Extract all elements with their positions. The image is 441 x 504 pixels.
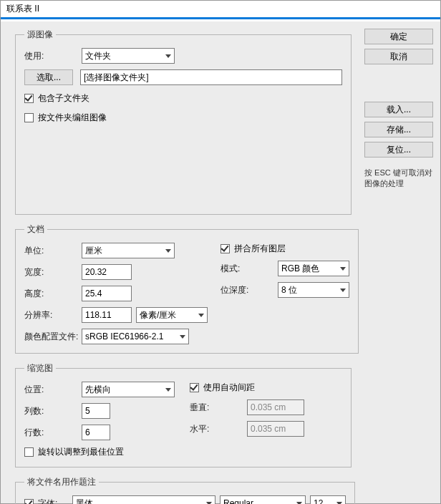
dialog-body: 确定 取消 载入... 存储... 复位... 按 ESC 键可取消对图像的处理… xyxy=(1,21,440,503)
auto-spacing-checkbox[interactable] xyxy=(190,383,199,392)
flatten-layers-checkbox[interactable] xyxy=(220,244,230,253)
auto-spacing-label: 使用自动间距 xyxy=(203,382,255,394)
chevron-down-icon xyxy=(206,502,212,505)
chevron-down-icon xyxy=(296,502,302,505)
group-document-legend: 文档 xyxy=(24,223,47,236)
use-select[interactable]: 文件夹 xyxy=(82,48,175,64)
font-size-select[interactable]: 12 xyxy=(310,495,346,504)
width-input[interactable]: 20.32 xyxy=(82,264,132,280)
profile-select[interactable]: sRGB IEC61966-2.1 xyxy=(82,329,189,344)
chevron-down-icon xyxy=(336,502,342,505)
chevron-down-icon xyxy=(165,388,171,392)
chevron-down-icon xyxy=(165,249,171,253)
resolution-label: 分辨率: xyxy=(24,309,82,321)
columns-label: 列数: xyxy=(24,405,82,417)
columns-input[interactable]: 5 xyxy=(82,403,110,419)
use-label: 使用: xyxy=(24,50,82,62)
use-filename-caption-checkbox[interactable] xyxy=(24,499,34,505)
vertical-label: 垂直: xyxy=(190,402,247,414)
group-by-folder-checkbox[interactable] xyxy=(24,113,34,122)
group-document: 文档 单位: 厘米 宽度: 20.32 高度: 25.4 xyxy=(15,223,359,354)
font-label: 字体: xyxy=(38,498,72,505)
group-by-folder-label: 按文件夹编组图像 xyxy=(38,112,107,124)
side-column: 确定 取消 载入... 存储... 复位... 按 ESC 键可取消对图像的处理 xyxy=(364,29,433,190)
rotate-best-fit-label: 旋转以调整到最佳位置 xyxy=(38,446,124,458)
cancel-button[interactable]: 取消 xyxy=(364,49,433,64)
vertical-spacing-input: 0.035 cm xyxy=(247,399,304,415)
horizontal-spacing-input: 0.035 cm xyxy=(247,421,304,437)
unit-label: 单位: xyxy=(24,245,82,257)
height-input[interactable]: 25.4 xyxy=(82,286,132,301)
mode-label: 模式: xyxy=(220,263,278,275)
chevron-down-icon xyxy=(180,335,185,339)
include-subfolders-label: 包含子文件夹 xyxy=(38,92,89,105)
group-thumbnails-legend: 缩览图 xyxy=(24,362,56,374)
chevron-down-icon xyxy=(165,54,171,58)
flatten-layers-label: 拼合所有图层 xyxy=(234,243,286,255)
choose-folder-button[interactable]: 选取... xyxy=(24,69,73,85)
height-label: 高度: xyxy=(24,288,82,300)
group-caption: 将文件名用作题注 字体: 黑体 Regular 12 xyxy=(15,476,355,504)
reset-button[interactable]: 复位... xyxy=(364,142,433,158)
folder-path-field[interactable]: [选择图像文件夹] xyxy=(80,69,342,85)
group-source: 源图像 使用: 文件夹 选取... [选择图像文件夹] 包含子文件夹 xyxy=(15,29,352,215)
ok-button[interactable]: 确定 xyxy=(364,29,433,44)
dialog-window: 联系表 II 确定 取消 载入... 存储... 复位... 按 ESC 键可取… xyxy=(0,0,441,504)
resolution-input[interactable]: 118.11 xyxy=(82,307,132,323)
rows-input[interactable]: 6 xyxy=(82,425,110,440)
width-label: 宽度: xyxy=(24,266,82,278)
depth-select[interactable]: 8 位 xyxy=(278,282,349,298)
placement-label: 位置: xyxy=(24,384,82,396)
rotate-best-fit-checkbox[interactable] xyxy=(24,447,34,457)
main-column: 源图像 使用: 文件夹 选取... [选择图像文件夹] 包含子文件夹 xyxy=(15,29,352,504)
group-thumbnails: 缩览图 位置: 先横向 列数: 5 行数: 6 xyxy=(15,362,352,467)
rows-label: 行数: xyxy=(24,427,82,439)
resolution-unit-select[interactable]: 像素/厘米 xyxy=(136,307,208,323)
font-family-select[interactable]: 黑体 xyxy=(72,495,215,504)
esc-hint: 按 ESC 键可取消对图像的处理 xyxy=(364,168,433,190)
title-bar: 联系表 II xyxy=(1,1,440,19)
group-source-legend: 源图像 xyxy=(24,29,56,41)
font-style-select[interactable]: Regular xyxy=(220,495,306,504)
group-caption-legend: 将文件名用作题注 xyxy=(24,476,99,488)
chevron-down-icon xyxy=(198,314,204,317)
mode-select[interactable]: RGB 颜色 xyxy=(278,261,349,276)
chevron-down-icon xyxy=(340,289,346,292)
title-text: 联系表 II xyxy=(6,3,39,15)
load-button[interactable]: 载入... xyxy=(364,102,433,117)
horizontal-label: 水平: xyxy=(190,423,247,435)
profile-label: 颜色配置文件: xyxy=(24,331,82,343)
save-button[interactable]: 存储... xyxy=(364,122,433,137)
include-subfolders-checkbox[interactable] xyxy=(24,94,34,103)
depth-label: 位深度: xyxy=(220,284,278,296)
unit-select[interactable]: 厘米 xyxy=(82,243,175,258)
chevron-down-icon xyxy=(340,267,346,271)
placement-select[interactable]: 先横向 xyxy=(82,382,175,397)
